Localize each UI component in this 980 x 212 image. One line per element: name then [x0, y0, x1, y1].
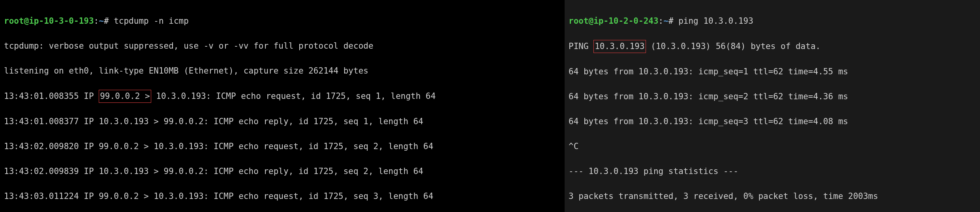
prompt-line: root@ip-10-2-0-243:~# ping 10.3.0.193	[569, 15, 976, 28]
interrupt: ^C	[569, 140, 976, 153]
output-line: 64 bytes from 10.3.0.193: icmp_seq=1 ttl…	[569, 66, 976, 78]
prompt-path: ~	[663, 16, 668, 26]
output-line: tcpdump: verbose output suppressed, use …	[4, 40, 561, 53]
output-line: 13:43:01.008355 IP 99.0.0.2 > 10.3.0.193…	[4, 90, 561, 103]
command-text: ping 10.3.0.193	[678, 16, 753, 26]
highlight-target-ip: 10.3.0.193	[593, 40, 646, 53]
output-line: 64 bytes from 10.3.0.193: icmp_seq=3 ttl…	[569, 115, 976, 128]
output-line: 13:43:03.011224 IP 99.0.0.2 > 10.3.0.193…	[4, 190, 561, 203]
output-line: 13:43:01.008377 IP 10.3.0.193 > 99.0.0.2…	[4, 115, 561, 128]
prompt-user: root@ip-10-2-0-243	[569, 16, 659, 26]
output-line: 64 bytes from 10.3.0.193: icmp_seq=2 ttl…	[569, 91, 976, 103]
output-line: PING 10.3.0.193 (10.3.0.193) 56(84) byte…	[569, 40, 976, 53]
summary-line: --- 10.3.0.193 ping statistics ---	[569, 165, 976, 178]
command-text: tcpdump -n icmp	[114, 16, 189, 26]
prompt-line: root@ip-10-3-0-193:~# tcpdump -n icmp	[4, 15, 561, 28]
output-line: listening on eth0, link-type EN10MB (Eth…	[4, 65, 561, 78]
terminal-left[interactable]: root@ip-10-3-0-193:~# tcpdump -n icmp tc…	[0, 0, 565, 212]
summary-line: 3 packets transmitted, 3 received, 0% pa…	[569, 190, 976, 203]
prompt-path: ~	[99, 16, 104, 26]
output-line: 13:43:02.009839 IP 10.3.0.193 > 99.0.0.2…	[4, 165, 561, 178]
terminal-right[interactable]: root@ip-10-2-0-243:~# ping 10.3.0.193 PI…	[565, 0, 980, 212]
highlight-source-ip: 99.0.0.2 >	[99, 90, 151, 103]
output-line: 13:43:02.009820 IP 99.0.0.2 > 10.3.0.193…	[4, 140, 561, 153]
prompt-user: root@ip-10-3-0-193	[4, 16, 94, 26]
